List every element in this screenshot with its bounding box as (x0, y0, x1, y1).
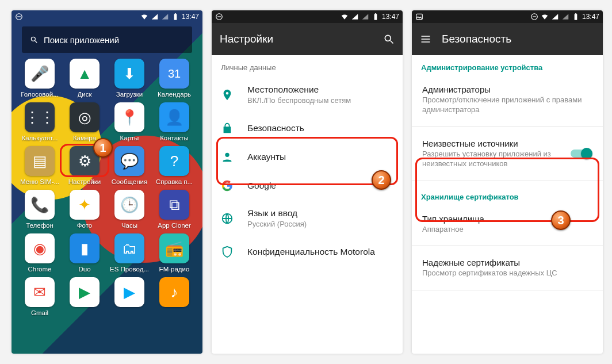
app-icon[interactable]: ♪ (152, 277, 197, 316)
app-icon: ♪ (159, 277, 189, 307)
app-icon: ◎ (70, 102, 100, 132)
app-grid: 🎤Голосовой...▲Диск⬇Загрузки31Календарь⋮⋮… (12, 59, 202, 316)
app-search-placeholder: Поиск приложений (44, 35, 119, 45)
app-Контакты[interactable]: 👤Контакты (152, 102, 197, 141)
app-Часы[interactable]: 🕒Часы (107, 190, 152, 229)
signal2-icon (561, 13, 569, 21)
wifi-icon (341, 13, 349, 21)
app-ES Провод...[interactable]: 🗂ES Провод... (107, 233, 152, 273)
app-Duo[interactable]: ▮Duo (62, 233, 107, 273)
dnd-icon (215, 13, 223, 21)
svg-rect-7 (217, 16, 221, 17)
signal2-icon (161, 13, 169, 21)
app-Телефон[interactable]: 📞Телефон (17, 190, 62, 229)
battery-icon (171, 13, 179, 21)
app-Сообщения[interactable]: 💬Сообщения (107, 146, 152, 185)
app-icon: 📞 (25, 190, 55, 220)
row-sub: ВКЛ./По беспроводным сетям (247, 96, 393, 106)
app-icon: 🗂 (114, 233, 144, 263)
svg-rect-8 (374, 14, 377, 20)
app-icon[interactable]: ▶ (107, 277, 152, 316)
phone-app-drawer: 13:47 Поиск приложений 🎤Голосовой...▲Дис… (12, 10, 202, 354)
app-label: Камера (73, 135, 96, 141)
app-icon: ▶ (114, 277, 144, 307)
row-administrators[interactable]: Администраторы Просмотр/отключение прило… (412, 76, 603, 123)
row-sub: Русский (Россия) (247, 220, 393, 229)
app-Календарь[interactable]: 31Календарь (152, 59, 197, 98)
app-Настройки[interactable]: ⚙Настройки1 (62, 146, 107, 185)
app-Камера[interactable]: ◎Камера (62, 102, 107, 141)
status-bar: 13:47 (12, 10, 202, 23)
security-appbar: Безопасность (412, 23, 603, 55)
app-icon: 💬 (114, 146, 144, 176)
app-label: Диск (78, 91, 92, 98)
battery-icon (572, 13, 580, 21)
search-icon (30, 36, 38, 44)
app-Справка п...[interactable]: ?Справка п... (152, 146, 197, 185)
app-label: Сообщения (112, 178, 147, 185)
app-label: Меню SIM-... (20, 178, 59, 185)
app-Диск[interactable]: ▲Диск (62, 59, 107, 98)
step-badge-2: 2 (372, 170, 391, 190)
app-icon: ▤ (25, 146, 55, 176)
app-label: FM-радио (159, 266, 190, 273)
highlight-unknown-sources (415, 158, 599, 222)
row-sub: Просмотр/отключение приложений с правами… (422, 95, 592, 115)
app-icon: 📍 (114, 102, 144, 132)
wifi-icon (541, 13, 549, 21)
svg-line-5 (35, 41, 37, 43)
app-icon: ⋮⋮ (25, 102, 55, 132)
app-icon: 31 (159, 59, 189, 89)
row-title: Администраторы (422, 85, 592, 94)
status-bar: 13:47 (212, 10, 403, 23)
svg-rect-1 (17, 16, 21, 17)
section-device-admin: Администрирование устройства (412, 55, 603, 76)
app-Chrome[interactable]: ◉Chrome (17, 233, 62, 273)
svg-point-4 (31, 37, 35, 41)
row-language[interactable]: Язык и ввод Русский (Россия) (212, 200, 403, 237)
app-label: Контакты (160, 135, 189, 141)
app-icon: ✦ (70, 190, 100, 220)
settings-title: Настройки (220, 33, 273, 45)
row-location[interactable]: Местоположение ВКЛ./По беспроводным сетя… (212, 76, 403, 114)
app-Фото[interactable]: ✦Фото (62, 190, 107, 229)
app-App Cloner[interactable]: ⧉App Cloner (152, 190, 197, 229)
app-Карты[interactable]: 📍Карты (107, 102, 152, 141)
svg-rect-16 (533, 16, 536, 17)
app-Меню SIM-...[interactable]: ▤Меню SIM-... (17, 146, 62, 185)
app-Калькулят...[interactable]: ⋮⋮Калькулят... (17, 102, 62, 141)
row-title: Безопасность (247, 123, 393, 133)
signal-icon (351, 13, 359, 21)
highlight-security (216, 137, 398, 185)
lock-icon (221, 122, 234, 135)
app-icon: ✉ (25, 277, 55, 307)
app-icon[interactable]: ▶ (62, 277, 107, 316)
status-time: 13:47 (582, 13, 599, 21)
row-privacy-motorola[interactable]: Конфиденциальность Motorola (212, 237, 403, 266)
app-icon: ▮ (70, 233, 100, 263)
svg-point-10 (385, 35, 391, 41)
search-icon[interactable] (383, 33, 395, 45)
settings-appbar: Настройки (212, 23, 403, 55)
app-label: Duo (78, 266, 90, 273)
app-Gmail[interactable]: ✉Gmail (17, 277, 62, 316)
row-title: Местоположение (247, 85, 393, 95)
row-sub: Просмотр сертификатов надежных ЦС (422, 269, 592, 278)
app-label: Фото (77, 222, 92, 229)
row-title: Язык и ввод (247, 208, 393, 219)
signal-icon (151, 13, 159, 21)
app-label: Chrome (28, 266, 52, 273)
hamburger-icon[interactable] (420, 33, 431, 45)
app-Загрузки[interactable]: ⬇Загрузки (107, 59, 152, 98)
phone-settings: 13:47 Настройки Личные данные Местополож… (212, 10, 403, 354)
app-label: ES Провод... (110, 266, 149, 273)
app-Голосовой...[interactable]: 🎤Голосовой... (17, 59, 62, 98)
app-search[interactable]: Поиск приложений (22, 26, 192, 53)
step-badge-3: 3 (551, 210, 571, 230)
app-FM-радио[interactable]: 📻FM-радио (152, 233, 197, 273)
app-icon: 🎤 (25, 59, 55, 89)
divider (412, 290, 603, 290)
row-trusted-certs[interactable]: Надежные сертификаты Просмотр сертификат… (412, 250, 603, 286)
section-personal: Личные данные (212, 55, 403, 76)
app-icon: ◉ (25, 233, 55, 263)
